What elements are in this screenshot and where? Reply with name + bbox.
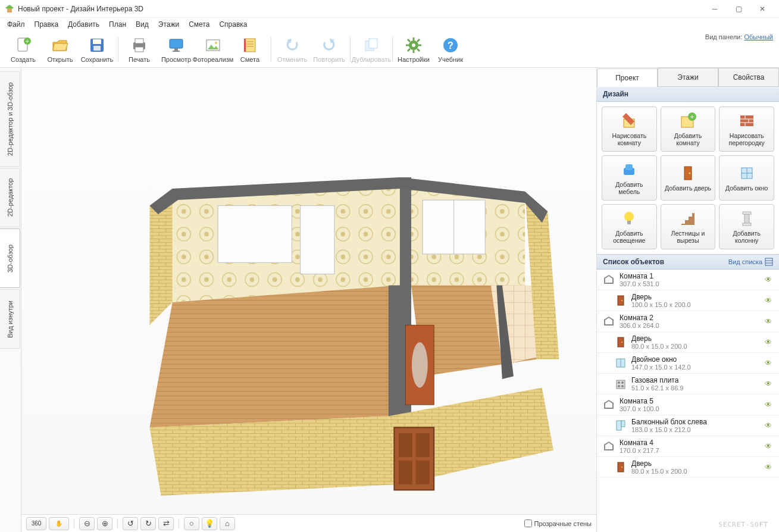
close-button[interactable]: ✕ <box>750 2 774 16</box>
object-row[interactable]: Комната 4170.0 x 217.7👁 <box>597 436 779 457</box>
object-name: Дверь <box>631 293 765 301</box>
visibility-icon[interactable]: 👁 <box>765 380 774 388</box>
design-btn-label: Добавить комнату <box>664 133 713 146</box>
create-button[interactable]: +Создать <box>5 32 42 67</box>
view-tool-button[interactable]: ○ <box>184 517 199 530</box>
add-room-button[interactable]: +Добавить комнату <box>661 107 716 152</box>
photoreal-button[interactable]: Фотореализм <box>195 32 231 67</box>
object-name: Комната 2 <box>620 314 765 322</box>
menu-справка[interactable]: Справка <box>214 18 252 30</box>
toolbar-label: Создать <box>11 56 36 63</box>
svg-rect-6 <box>93 39 101 44</box>
left-tab-2d[interactable]: 2D-редактор <box>0 168 20 227</box>
transparent-walls-checkbox[interactable]: Прозрачные стены <box>524 520 592 527</box>
svg-rect-92 <box>627 221 631 224</box>
menu-файл[interactable]: Файл <box>2 18 30 30</box>
settings-button[interactable]: Настройки <box>395 32 432 67</box>
open-button[interactable]: Открыть <box>42 32 79 67</box>
redo-button: Повторить <box>311 32 348 67</box>
svg-marker-65 <box>149 416 399 496</box>
visibility-icon[interactable]: 👁 <box>765 400 774 409</box>
view-tool-button[interactable]: ⊖ <box>79 517 95 530</box>
add-door-button[interactable]: Добавить дверь <box>661 155 716 201</box>
object-row[interactable]: Дверь80.0 x 15.0 x 200.0👁 <box>597 457 779 478</box>
object-dim: 183.0 x 15.0 x 212.0 <box>631 426 765 433</box>
menu-правка[interactable]: Правка <box>30 18 64 30</box>
visibility-icon[interactable]: 👁 <box>765 421 774 430</box>
room-icon <box>602 273 616 287</box>
right-tab-Проект[interactable]: Проект <box>597 68 658 87</box>
object-row[interactable]: Комната 1307.0 x 531.0👁 <box>597 270 779 290</box>
svg-text:?: ? <box>448 40 453 51</box>
svg-rect-21 <box>244 39 246 52</box>
object-dim: 147.0 x 15.0 x 142.0 <box>631 364 765 371</box>
preview-button[interactable]: Просмотр <box>158 32 195 67</box>
object-name: Комната 4 <box>620 439 765 447</box>
stairs-button[interactable]: Лестницы и вырезы <box>661 204 716 249</box>
view-tool-button[interactable]: ✋ <box>49 517 69 530</box>
add-window-button[interactable]: Добавить окно <box>719 155 774 201</box>
toolbar-label: Отменить <box>277 56 307 63</box>
save-button[interactable]: Сохранить <box>79 32 115 67</box>
menu-добавить[interactable]: Добавить <box>63 18 104 30</box>
svg-point-91 <box>624 212 634 221</box>
visibility-icon[interactable]: 👁 <box>765 296 774 305</box>
view-tool-button[interactable]: ⇄ <box>158 517 174 530</box>
left-tab-3d[interactable]: 3D-обзор <box>0 229 20 288</box>
svg-point-63 <box>412 342 428 387</box>
gear-icon <box>404 36 423 55</box>
menu-этажи[interactable]: Этажи <box>154 18 184 30</box>
object-row[interactable]: Дверь80.0 x 15.0 x 200.0👁 <box>597 332 779 353</box>
view-tool-button[interactable]: ⌂ <box>220 517 235 530</box>
column-icon <box>737 209 756 228</box>
object-dim: 80.0 x 15.0 x 200.0 <box>631 468 765 475</box>
app-icon <box>5 4 14 14</box>
redo-icon <box>320 36 339 55</box>
draw-room-button[interactable]: Нарисовать комнату <box>602 107 657 152</box>
visibility-icon[interactable]: 👁 <box>765 359 774 367</box>
room-icon <box>602 314 616 328</box>
object-name: Двойное окно <box>631 355 765 364</box>
object-row[interactable]: Двойное окно147.0 x 15.0 x 142.0👁 <box>597 353 779 374</box>
left-tab-combo[interactable]: 2D-редактор и 3D-обзор <box>0 71 20 167</box>
visibility-icon[interactable]: 👁 <box>765 463 774 471</box>
minimize-button[interactable]: ─ <box>703 2 727 16</box>
canvas-3d[interactable] <box>21 68 596 514</box>
door-icon <box>614 293 628 308</box>
view-list-toggle[interactable]: Вид списка <box>728 258 773 266</box>
draw-partition-button[interactable]: Нарисовать перегородку <box>719 107 774 152</box>
print-button[interactable]: Печать <box>121 32 158 67</box>
object-row[interactable]: Комната 5307.0 x 100.0👁 <box>597 395 779 415</box>
add-light-button[interactable]: Добавить освещение <box>602 204 657 249</box>
view-tool-button[interactable]: ↺ <box>123 517 138 530</box>
visibility-icon[interactable]: 👁 <box>765 338 774 346</box>
manual-button[interactable]: ?Учебник <box>432 32 469 67</box>
menu-план[interactable]: План <box>104 18 131 30</box>
object-row[interactable]: Балконный блок слева183.0 x 15.0 x 212.0… <box>597 415 779 436</box>
left-tab-inside[interactable]: Вид изнутри <box>0 289 20 349</box>
visibility-icon[interactable]: 👁 <box>765 442 774 450</box>
panel-view-link[interactable]: Обычный <box>744 33 773 40</box>
view-tool-button[interactable]: ⊕ <box>97 517 112 530</box>
stove-icon <box>614 377 628 391</box>
svg-rect-55 <box>301 206 334 274</box>
visibility-icon[interactable]: 👁 <box>765 317 774 326</box>
menu-смета[interactable]: Смета <box>184 18 214 30</box>
object-row[interactable]: Дверь100.0 x 15.0 x 200.0👁 <box>597 290 779 311</box>
object-row[interactable]: Комната 2306.0 x 264.0👁 <box>597 311 779 332</box>
view-tool-button[interactable]: 360 <box>26 517 46 530</box>
menu-вид[interactable]: Вид <box>131 18 154 30</box>
right-tab-Этажи[interactable]: Этажи <box>658 68 718 86</box>
visibility-icon[interactable]: 👁 <box>765 276 774 284</box>
view-tool-button[interactable]: ↻ <box>140 517 156 530</box>
maximize-button[interactable]: ▢ <box>727 2 750 16</box>
estimate-button[interactable]: Смета <box>231 32 268 67</box>
add-furniture-button[interactable]: Добавить мебель <box>602 155 657 201</box>
svg-rect-71 <box>416 433 430 457</box>
object-row[interactable]: Газовая плита51.0 x 62.1 x 86.9👁 <box>597 374 779 395</box>
right-tab-Свойства[interactable]: Свойства <box>718 68 779 86</box>
svg-point-121 <box>621 467 622 468</box>
add-column-button[interactable]: Добавить колонну <box>719 204 774 249</box>
view-tool-button[interactable]: 💡 <box>202 517 217 530</box>
svg-rect-70 <box>399 433 412 457</box>
